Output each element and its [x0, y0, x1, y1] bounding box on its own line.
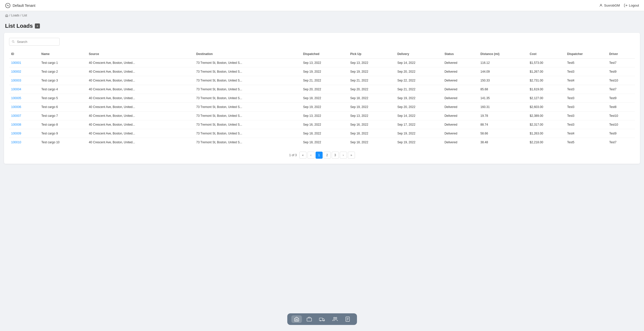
- table-row: 100004 Test cargo 4 40 Crescent Ave, Bos…: [9, 85, 635, 94]
- load-id-link[interactable]: 100005: [11, 96, 21, 100]
- svg-line-4: [14, 42, 14, 43]
- header-left: Default Tenant: [5, 3, 35, 8]
- breadcrumb-loads[interactable]: Loads: [11, 14, 19, 17]
- cell-cost: $1,573.00: [528, 59, 565, 67]
- breadcrumb-sep-2: /: [20, 14, 21, 17]
- load-id-link[interactable]: 100008: [11, 123, 21, 126]
- cell-destination: 73 Tremont St, Boston, United S...: [194, 120, 301, 129]
- pagination: 1 of 3 « ‹ 1 2 3 › »: [9, 152, 635, 159]
- page-last-button[interactable]: »: [348, 152, 355, 159]
- cell-id: 100007: [9, 112, 39, 120]
- cell-cost: $2,317.00: [528, 120, 565, 129]
- load-id-link[interactable]: 100006: [11, 105, 21, 109]
- cell-delivery: Sep 21, 2022: [395, 85, 443, 94]
- cell-dispatched: Sep 18, 2022: [301, 138, 348, 147]
- page-title: List Loads: [5, 23, 33, 29]
- page-2-button[interactable]: 2: [324, 152, 331, 159]
- cell-distance: 88.74: [478, 120, 528, 129]
- add-load-button[interactable]: +: [35, 23, 40, 29]
- load-id-link[interactable]: 100010: [11, 141, 21, 144]
- col-id: ID: [9, 50, 39, 59]
- loads-table: ID Name Source Destination Dispatched Pi…: [9, 50, 635, 147]
- cell-destination: 73 Tremont St, Boston, United S...: [194, 129, 301, 138]
- load-id-link[interactable]: 100007: [11, 114, 21, 118]
- cell-cost: $1,267.00: [528, 67, 565, 76]
- svg-point-3: [12, 40, 14, 42]
- user-menu[interactable]: SuxrobGM: [599, 4, 620, 7]
- cell-cost: $2,218.00: [528, 138, 565, 147]
- cell-cost: $2,389.00: [528, 112, 565, 120]
- cell-name: Test cargo 1: [39, 59, 87, 67]
- cell-dispatched: Sep 18, 2022: [301, 129, 348, 138]
- page-next-button[interactable]: ›: [340, 152, 347, 159]
- cell-delivery: Sep 19, 2022: [395, 129, 443, 138]
- load-id-link[interactable]: 100001: [11, 61, 21, 65]
- table-row: 100003 Test cargo 3 40 Crescent Ave, Bos…: [9, 76, 635, 85]
- cell-driver: Test8: [607, 103, 635, 112]
- cell-status: Delivered: [443, 129, 478, 138]
- cell-distance: 38.48: [478, 138, 528, 147]
- load-id-link[interactable]: 100004: [11, 88, 21, 91]
- cell-driver: Test9: [607, 129, 635, 138]
- page-first-button[interactable]: «: [299, 152, 306, 159]
- cell-dispatched: Sep 18, 2022: [301, 94, 348, 103]
- page-1-button[interactable]: 1: [316, 152, 323, 159]
- cell-status: Delivered: [443, 76, 478, 85]
- cell-status: Delivered: [443, 138, 478, 147]
- cell-dispatcher: Test3: [565, 120, 607, 129]
- cell-dispatched: Sep 19, 2022: [301, 103, 348, 112]
- table-row: 100006 Test cargo 6 40 Crescent Ave, Bos…: [9, 103, 635, 112]
- table-row: 100010 Test cargo 10 40 Crescent Ave, Bo…: [9, 138, 635, 147]
- search-wrap: [9, 38, 60, 46]
- logout-button[interactable]: Logout: [624, 4, 639, 7]
- cell-source: 40 Crescent Ave, Boston, United...: [87, 76, 194, 85]
- main-card: ID Name Source Destination Dispatched Pi…: [4, 33, 640, 164]
- cell-destination: 73 Tremont St, Boston, United S...: [194, 76, 301, 85]
- cell-dispatcher: Test4: [565, 129, 607, 138]
- cell-destination: 73 Tremont St, Boston, United S...: [194, 103, 301, 112]
- cell-destination: 73 Tremont St, Boston, United S...: [194, 85, 301, 94]
- page-3-button[interactable]: 3: [332, 152, 339, 159]
- svg-point-1: [600, 4, 602, 6]
- search-input[interactable]: [9, 38, 60, 46]
- load-id-link[interactable]: 100009: [11, 132, 21, 135]
- cell-pickup: Sep 16, 2022: [348, 120, 395, 129]
- user-icon: [599, 4, 603, 7]
- app-logo: [5, 3, 11, 8]
- cell-destination: 73 Tremont St, Boston, United S...: [194, 138, 301, 147]
- logout-icon: [624, 4, 628, 7]
- header-right: SuxrobGM Logout: [599, 4, 639, 7]
- cell-dispatched: Sep 20, 2022: [301, 85, 348, 94]
- cell-id: 100004: [9, 85, 39, 94]
- load-id-link[interactable]: 100003: [11, 79, 21, 82]
- cell-id: 100002: [9, 67, 39, 76]
- cell-dispatcher: Test3: [565, 67, 607, 76]
- cell-status: Delivered: [443, 67, 478, 76]
- cell-dispatched: Sep 19, 2022: [301, 67, 348, 76]
- cell-dispatched: Sep 13, 2022: [301, 112, 348, 120]
- cell-pickup: Sep 18, 2022: [348, 94, 395, 103]
- cell-pickup: Sep 19, 2022: [348, 103, 395, 112]
- cell-destination: 73 Tremont St, Boston, United S...: [194, 59, 301, 67]
- breadcrumb: / Loads / List: [0, 11, 644, 20]
- cell-source: 40 Crescent Ave, Boston, United...: [87, 85, 194, 94]
- page-prev-button[interactable]: ‹: [307, 152, 315, 159]
- cell-dispatcher: Test3: [565, 94, 607, 103]
- load-id-link[interactable]: 100002: [11, 70, 21, 73]
- cell-status: Delivered: [443, 103, 478, 112]
- cell-pickup: Sep 13, 2022: [348, 112, 395, 120]
- cell-dispatcher: Test3: [565, 112, 607, 120]
- cell-name: Test cargo 7: [39, 112, 87, 120]
- username: SuxrobGM: [604, 4, 620, 7]
- cell-driver: Test9: [607, 94, 635, 103]
- col-driver: Driver: [607, 50, 635, 59]
- cell-pickup: Sep 19, 2022: [348, 67, 395, 76]
- cell-distance: 19.78: [478, 112, 528, 120]
- cell-status: Delivered: [443, 120, 478, 129]
- col-dispatched: Dispatched: [301, 50, 348, 59]
- cell-dispatcher: Test3: [565, 85, 607, 94]
- cell-distance: 141.35: [478, 94, 528, 103]
- cell-id: 100010: [9, 138, 39, 147]
- table-row: 100005 Test cargo 5 40 Crescent Ave, Bos…: [9, 94, 635, 103]
- cell-driver: Test7: [607, 59, 635, 67]
